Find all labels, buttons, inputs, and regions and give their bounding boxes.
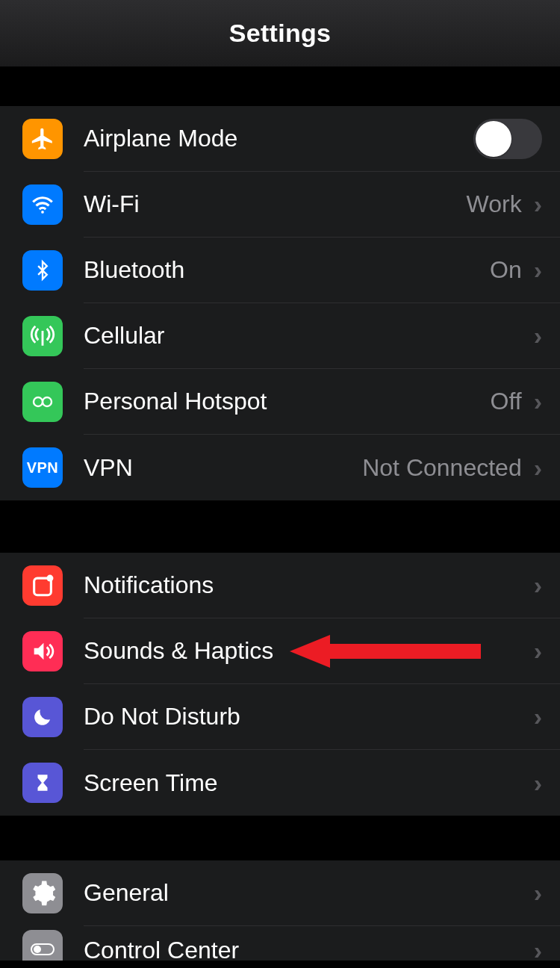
vpn-icon: VPN: [22, 447, 63, 488]
settings-group-connectivity: Airplane Mode Wi-Fi Work › Bluetooth On …: [0, 106, 560, 500]
svg-point-4: [46, 575, 53, 582]
gear-icon: [22, 873, 63, 913]
row-value: Not Connected: [362, 454, 521, 482]
row-value: Off: [491, 388, 522, 415]
section-gap: [0, 500, 560, 553]
row-sounds-haptics[interactable]: Sounds & Haptics ›: [0, 618, 560, 684]
row-label: Wi-Fi: [84, 190, 467, 218]
row-label: Bluetooth: [84, 256, 490, 284]
section-gap: [0, 67, 560, 106]
chevron-right-icon: ›: [534, 190, 542, 219]
svg-point-7: [34, 946, 41, 953]
row-notifications[interactable]: Notifications ›: [0, 553, 560, 618]
settings-group-general: General › Control Center ›: [0, 860, 560, 961]
chevron-right-icon: ›: [534, 878, 542, 908]
chevron-right-icon: ›: [534, 936, 542, 961]
svg-point-1: [34, 397, 43, 406]
section-gap: [0, 816, 560, 860]
switch-knob: [476, 121, 511, 157]
chevron-right-icon: ›: [534, 636, 542, 666]
row-general[interactable]: General ›: [0, 860, 560, 926]
airplane-toggle[interactable]: [473, 119, 542, 159]
sounds-icon: [22, 631, 63, 671]
row-bluetooth[interactable]: Bluetooth On ›: [0, 238, 560, 303]
row-label: Personal Hotspot: [84, 388, 491, 415]
row-do-not-disturb[interactable]: Do Not Disturb ›: [0, 684, 560, 750]
cellular-icon: [22, 316, 63, 356]
row-airplane-mode[interactable]: Airplane Mode: [0, 106, 560, 172]
chevron-right-icon: ›: [534, 453, 542, 483]
row-value: On: [490, 256, 522, 284]
row-screen-time[interactable]: Screen Time ›: [0, 750, 560, 816]
chevron-right-icon: ›: [534, 255, 542, 285]
row-vpn[interactable]: VPN VPN Not Connected ›: [0, 435, 560, 500]
bluetooth-icon: [22, 250, 63, 291]
row-label: Airplane Mode: [84, 125, 473, 152]
settings-group-notifications: Notifications › Sounds & Haptics › Do No…: [0, 553, 560, 816]
moon-icon: [22, 697, 63, 737]
chevron-right-icon: ›: [534, 702, 542, 731]
chevron-right-icon: ›: [534, 321, 542, 350]
page-title: Settings: [229, 19, 332, 48]
row-label: Notifications: [84, 571, 534, 599]
row-label: Do Not Disturb: [84, 703, 534, 730]
control-center-icon: [22, 930, 63, 961]
header-bar: Settings: [0, 0, 560, 67]
row-control-center[interactable]: Control Center ›: [0, 926, 560, 961]
hourglass-icon: [22, 763, 63, 803]
svg-point-0: [41, 211, 44, 214]
chevron-right-icon: ›: [534, 571, 542, 600]
row-label: Sounds & Haptics: [84, 637, 534, 665]
svg-point-2: [43, 397, 52, 406]
row-label: Screen Time: [84, 769, 534, 797]
chevron-right-icon: ›: [534, 769, 542, 798]
airplane-icon: [22, 119, 63, 159]
hotspot-icon: [22, 382, 63, 422]
notifications-icon: [22, 565, 63, 606]
row-value: Work: [467, 190, 522, 218]
row-label: Cellular: [84, 322, 534, 350]
row-personal-hotspot[interactable]: Personal Hotspot Off ›: [0, 369, 560, 435]
row-label: General: [84, 879, 534, 907]
row-label: Control Center: [84, 937, 534, 961]
wifi-icon: [22, 184, 63, 225]
chevron-right-icon: ›: [534, 387, 542, 416]
row-label: VPN: [84, 454, 362, 482]
row-wifi[interactable]: Wi-Fi Work ›: [0, 172, 560, 238]
row-cellular[interactable]: Cellular ›: [0, 303, 560, 369]
